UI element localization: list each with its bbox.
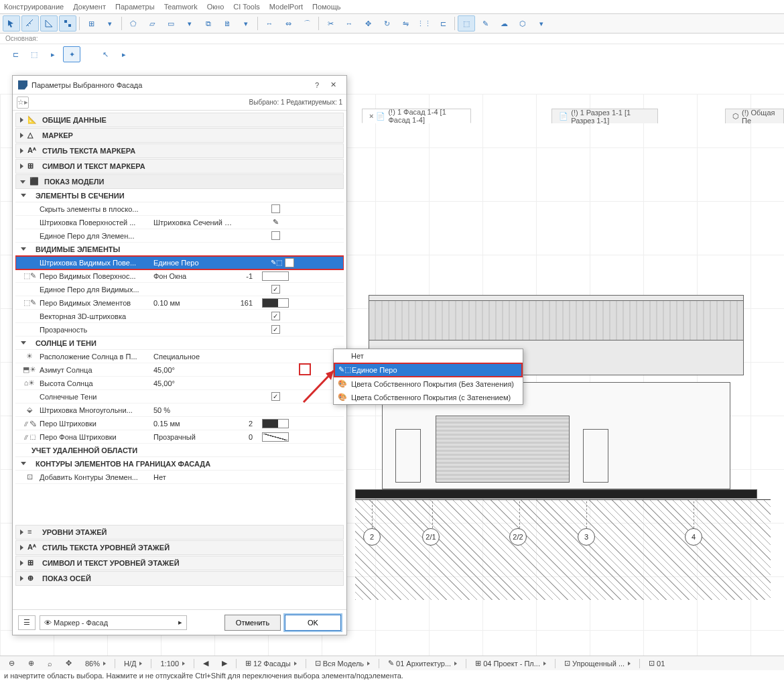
status-item[interactable]: ✎ 01 Архитектур... bbox=[383, 658, 462, 669]
pen-swatch[interactable] bbox=[262, 432, 289, 442]
subsection-sun-shadows[interactable]: СОЛНЦЕ И ТЕНИ bbox=[15, 336, 344, 350]
subsection-cut-elements[interactable]: ЭЛЕМЕНТЫ В СЕЧЕНИИ bbox=[15, 189, 344, 202]
menu-item[interactable]: Teamwork bbox=[164, 3, 198, 11]
tool-marquee-icon[interactable]: ⬚ bbox=[25, 46, 43, 62]
tool-dropdown-icon[interactable]: ▸ bbox=[44, 46, 62, 62]
row-hatch-pen[interactable]: ⫽✎Перо Штриховки0.15 мм2 bbox=[15, 417, 344, 430]
tool-cloud-icon[interactable]: ☁ bbox=[495, 15, 513, 32]
tool-rotate-icon[interactable]: ↻ bbox=[378, 15, 395, 32]
row-sun-altitude[interactable]: ⌂☀Высота Солнца45,00° bbox=[15, 377, 344, 390]
ok-button[interactable]: OK bbox=[285, 615, 341, 631]
dialog-titlebar[interactable]: Параметры Выбранного Фасада ? ✕ bbox=[13, 76, 346, 95]
row-visible-surface-hatch[interactable]: Штриховка Видимых Пове... Единое Перо ✎⬚… bbox=[15, 256, 344, 269]
tool-rect-icon[interactable]: ▭ bbox=[162, 15, 180, 32]
checkbox[interactable] bbox=[271, 312, 280, 320]
pen-swatch[interactable] bbox=[262, 271, 289, 281]
row-uniform-pen-cut[interactable]: Единое Перо для Элемен... bbox=[15, 229, 344, 243]
tool-dropdown-icon[interactable]: ▾ bbox=[533, 15, 550, 32]
status-item[interactable]: ⊡ 01 bbox=[644, 658, 669, 669]
zoom-fit-icon[interactable]: ⌕ bbox=[43, 658, 57, 669]
tool-cursor-icon[interactable] bbox=[3, 15, 20, 32]
pen-swatch[interactable] bbox=[262, 419, 289, 428]
favorite-button[interactable]: ☆▸ bbox=[17, 97, 29, 109]
subsection-boundary-contours[interactable]: КОНТУРЫ ЭЛЕМЕНТОВ НА ГРАНИЦАХ ФАСАДА bbox=[15, 457, 344, 471]
tool-mirror-icon[interactable]: ⇋ bbox=[397, 15, 414, 32]
tool-marquee-icon[interactable]: ⬚ bbox=[458, 15, 475, 32]
tool-snap-icon[interactable] bbox=[59, 15, 76, 32]
help-button[interactable]: ? bbox=[309, 78, 325, 92]
layer-dropdown[interactable]: 👁 Маркер - Фасад▸ bbox=[40, 615, 187, 630]
row-sun-position[interactable]: ☀Расположение Солнца в П...Специальное bbox=[15, 350, 344, 363]
scale-indicator[interactable]: 1:100 bbox=[155, 658, 190, 669]
tab-general[interactable]: ⬡(!) Общая Пе bbox=[725, 109, 784, 123]
tab-facade[interactable]: ×📄(!) 1 Фасад 1-4 [1 Фасад 1-4] bbox=[362, 109, 471, 123]
menu-item[interactable]: Окно bbox=[207, 3, 224, 11]
tool-angle-icon[interactable] bbox=[40, 15, 58, 32]
zoom-out-icon[interactable]: ⊖ bbox=[4, 658, 19, 669]
tool-offset-icon[interactable]: ⊏ bbox=[434, 15, 452, 32]
tool-pentagon-icon[interactable]: ⬠ bbox=[125, 15, 142, 32]
tool-arc-icon[interactable]: ⌒ bbox=[298, 15, 316, 32]
section-model-display[interactable]: ⬛ПОКАЗ МОДЕЛИ bbox=[15, 174, 344, 189]
row-add-contours[interactable]: ⊡Добавить Контуры Элемен...Нет bbox=[15, 471, 344, 484]
row-hide-elements[interactable]: Скрыть элементы в плоско... bbox=[15, 202, 344, 216]
tool-dropdown-icon[interactable]: ▸ bbox=[115, 46, 133, 62]
tool-dropdown-icon[interactable]: ▾ bbox=[101, 15, 119, 32]
status-item[interactable]: ⊡ Вся Модель bbox=[310, 658, 375, 669]
tool-parallel-icon[interactable]: ▱ bbox=[143, 15, 161, 32]
row-surface-hatch[interactable]: Штриховка Поверхностей ...Штриховка Сече… bbox=[15, 216, 344, 229]
close-button[interactable]: ✕ bbox=[325, 78, 341, 92]
menu-item[interactable]: ModelPort bbox=[269, 3, 303, 11]
tool-measure-icon[interactable] bbox=[21, 15, 39, 32]
row-transparency[interactable]: Прозрачность bbox=[15, 323, 344, 336]
layer-icon[interactable]: ☰ bbox=[18, 615, 36, 630]
section-general[interactable]: 📐ОБЩИЕ ДАННЫЕ bbox=[15, 113, 344, 127]
tool-grid-icon[interactable]: ⊞ bbox=[82, 15, 100, 32]
tool-pointer-icon[interactable]: ↖ bbox=[96, 46, 114, 62]
tool-stretch-icon[interactable]: ↔ bbox=[340, 15, 358, 32]
checkbox[interactable] bbox=[271, 204, 280, 213]
tool-copy-icon[interactable]: ⧉ bbox=[200, 15, 217, 32]
row-visible-surface-pen[interactable]: ⬚✎Перо Видимых Поверхнос...Фон Окна-1 bbox=[15, 269, 344, 283]
popup-item-none[interactable]: Нет bbox=[334, 349, 523, 363]
tool-doc-icon[interactable]: 🗎 bbox=[218, 15, 236, 32]
tool-offset-icon[interactable]: ⊏ bbox=[7, 46, 24, 62]
tool-dim-icon[interactable]: ↔ bbox=[261, 15, 278, 32]
menu-item[interactable]: Конструирование bbox=[4, 3, 64, 11]
section-marker-symbol[interactable]: ⊞СИМВОЛ И ТЕКСТ МАРКЕРА bbox=[15, 159, 344, 174]
tool-array-icon[interactable]: ⋮⋮ bbox=[415, 15, 433, 32]
popup-item-own-colors-noshade[interactable]: 🎨Цвета Собственного Покрытия (Без Затене… bbox=[334, 377, 523, 391]
status-item[interactable]: ⊞ 04 Проект - Пл... bbox=[470, 658, 551, 669]
cancel-button[interactable]: Отменить bbox=[224, 615, 281, 631]
subsection-removed-area[interactable]: УЧЕТ УДАЛЕННОЙ ОБЛАСТИ bbox=[15, 444, 344, 457]
nd-indicator[interactable]: Н/Д bbox=[119, 658, 147, 669]
status-item[interactable]: ⊞ 12 Фасады bbox=[241, 658, 302, 669]
status-item[interactable]: ⊡ Упрощенный ... bbox=[560, 658, 635, 669]
menu-item[interactable]: Документ bbox=[73, 3, 106, 11]
section-story-symbol[interactable]: ⊞СИМВОЛ И ТЕКСТ УРОВНЕЙ ЭТАЖЕЙ bbox=[15, 556, 344, 570]
tool-cut-icon[interactable]: ✂ bbox=[322, 15, 339, 32]
menu-item[interactable]: CI Tools bbox=[233, 3, 260, 11]
checkbox[interactable] bbox=[271, 392, 280, 401]
section-marker[interactable]: △МАРКЕР bbox=[15, 128, 344, 143]
row-visible-elements-pen[interactable]: ⬚✎Перо Видимых Элементов0.10 мм161 bbox=[15, 296, 344, 310]
section-marker-text-style[interactable]: AᴬСТИЛЬ ТЕКСТА МАРКЕРА bbox=[15, 143, 344, 158]
close-icon[interactable]: × bbox=[369, 112, 373, 120]
nav-next-icon[interactable]: ▶ bbox=[217, 658, 232, 669]
row-hatch-bg-pen[interactable]: ⫽⬚Перо Фона ШтриховкиПрозрачный0 bbox=[15, 430, 344, 444]
subsection-visible-elements[interactable]: ВИДИМЫЕ ЭЛЕМЕНТЫ bbox=[15, 243, 344, 256]
section-story-levels[interactable]: ≡УРОВНИ ЭТАЖЕЙ bbox=[15, 525, 344, 540]
row-sun-shadows[interactable]: Солнечные Тени bbox=[15, 390, 344, 404]
tool-edit-icon[interactable]: ✎ bbox=[476, 15, 494, 32]
checkbox[interactable] bbox=[271, 231, 280, 240]
row-uniform-pen-visible[interactable]: Единое Перо для Видимых... bbox=[15, 283, 344, 296]
nav-prev-icon[interactable]: ◀ bbox=[198, 658, 213, 669]
popup-item-uniform-pen[interactable]: ✎⬚Единое Перо bbox=[334, 363, 522, 377]
tool-move-icon[interactable]: ✥ bbox=[359, 15, 377, 32]
checkbox[interactable] bbox=[271, 285, 280, 294]
zoom-value[interactable]: 86% bbox=[80, 658, 111, 669]
row-sun-azimuth[interactable]: ⬒☀Азимут Солнца45,00° bbox=[15, 363, 344, 377]
pen-swatch[interactable] bbox=[262, 298, 289, 308]
tab-section[interactable]: 📄(!) 1 Разрез 1-1 [1 Разрез 1-1] bbox=[551, 109, 658, 123]
pan-icon[interactable]: ✥ bbox=[61, 658, 76, 669]
